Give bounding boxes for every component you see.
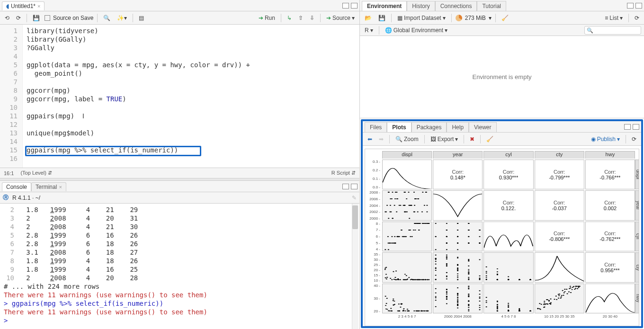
lang-selector[interactable]: R ▾ [363, 26, 375, 35]
memory-pie-icon[interactable] [456, 15, 462, 21]
scrollbar-thumb[interactable] [352, 205, 358, 229]
open-icon[interactable]: 📂 [363, 14, 374, 22]
code-area[interactable]: library(tidyverse)library(GGally)?GGally… [23, 25, 359, 168]
tab-packages[interactable]: Packages [411, 122, 447, 132]
tab-history[interactable]: History [407, 1, 435, 11]
broom-icon[interactable]: 🧹 [484, 135, 495, 143]
save-icon[interactable]: 💾 [376, 14, 387, 22]
tab-tutorial[interactable]: Tutorial [477, 1, 506, 11]
scope-selector[interactable]: 🌐 Global Environment ▾ [383, 26, 449, 35]
svg-point-238 [416, 279, 418, 280]
svg-point-417 [389, 310, 391, 311]
lang-label[interactable]: R Script ⇵ [331, 170, 356, 176]
console-output[interactable]: 2 1.8 1999 4 21 293 2 2008 4 20 314 2 20… [0, 204, 359, 329]
svg-point-183 [406, 276, 407, 276]
svg-point-172 [446, 236, 447, 237]
source-tab[interactable]: ◖ Untitled1* × [2, 1, 45, 10]
terminal-tab[interactable]: Terminal × [31, 182, 66, 191]
refresh-icon[interactable]: ⟳ [633, 14, 641, 22]
svg-point-234 [406, 279, 408, 280]
maximize-icon[interactable] [351, 184, 358, 189]
svg-point-272 [435, 264, 437, 265]
svg-point-458 [468, 307, 469, 308]
source-on-save-checkbox[interactable] [45, 15, 50, 21]
notebook-icon[interactable]: ▤ [137, 14, 146, 22]
svg-point-464 [446, 296, 447, 297]
svg-point-283 [435, 268, 437, 269]
r-version: R 4.1.1 · ~/ [12, 195, 40, 201]
close-icon[interactable]: × [37, 3, 40, 9]
clear-icon[interactable]: ✎ [352, 195, 357, 201]
wand-icon[interactable]: ✨▾ [115, 14, 129, 22]
svg-point-416 [426, 310, 428, 311]
import-dataset-button[interactable]: ▦ Import Dataset ▾ [395, 14, 447, 22]
svg-point-553 [560, 296, 562, 297]
up-icon[interactable]: ⇧ [296, 14, 305, 22]
svg-point-551 [556, 299, 557, 300]
svg-point-570 [575, 288, 576, 289]
refresh-icon[interactable]: ⟳ [630, 135, 638, 143]
source-button[interactable]: ➔ Source ▾ [324, 14, 357, 22]
zoom-button[interactable]: 🔍 Zoom [394, 135, 420, 143]
svg-point-178 [457, 236, 458, 237]
next-plot-icon[interactable]: ➡ [377, 135, 385, 143]
minimize-icon[interactable] [342, 184, 349, 189]
svg-point-514 [508, 302, 509, 303]
remove-plot-icon[interactable]: ✖ [468, 135, 476, 143]
publish-button[interactable]: ◉ Publish ▾ [589, 135, 622, 143]
tab-help[interactable]: Help [447, 122, 469, 132]
source-editor[interactable]: 12345678910111213141516 library(tidyvers… [0, 25, 359, 168]
save-icon[interactable]: 💾 [31, 14, 42, 22]
scrollbar[interactable] [352, 204, 358, 329]
svg-point-578 [563, 294, 564, 295]
tab-connections[interactable]: Connections [435, 1, 477, 11]
prev-plot-icon[interactable]: ⬅ [366, 135, 374, 143]
svg-point-115 [418, 223, 420, 224]
tab-plots[interactable]: Plots [387, 122, 411, 132]
list-view-button[interactable]: ≡ List ▾ [603, 14, 625, 22]
rerun-icon[interactable]: ↳ [285, 14, 294, 22]
run-button[interactable]: ➔ Run [257, 14, 277, 22]
broom-icon[interactable]: 🧹 [500, 14, 510, 22]
svg-point-114 [410, 236, 411, 237]
svg-point-294 [457, 276, 458, 276]
svg-point-439 [435, 288, 437, 289]
svg-point-356 [530, 279, 531, 280]
svg-point-0 [406, 198, 407, 199]
maximize-icon[interactable] [351, 3, 358, 9]
export-button[interactable]: 🖼 Export ▾ [429, 135, 460, 143]
minimize-icon[interactable] [627, 3, 634, 9]
svg-point-185 [404, 274, 406, 275]
svg-point-235 [398, 279, 399, 280]
svg-point-218 [410, 279, 411, 280]
forward-icon[interactable]: ⟳ [14, 14, 23, 22]
svg-point-478 [457, 295, 458, 296]
env-search-input[interactable] [584, 26, 641, 35]
scope-label[interactable]: (Top Level) ⇵ [20, 170, 52, 176]
tab-viewer[interactable]: Viewer [469, 122, 496, 132]
find-icon[interactable]: 🔍 [101, 14, 112, 22]
plots-tabbar: Files Plots Packages Help Viewer [363, 121, 641, 133]
down-icon[interactable]: ⇩ [308, 14, 316, 22]
tab-environment[interactable]: Environment [362, 1, 407, 11]
svg-point-253 [446, 258, 447, 259]
svg-point-453 [468, 305, 469, 306]
svg-point-237 [418, 279, 420, 280]
svg-point-592 [579, 285, 580, 286]
svg-point-508 [519, 309, 520, 310]
svg-point-397 [407, 309, 408, 310]
svg-point-585 [566, 293, 568, 294]
svg-point-214 [386, 278, 387, 279]
tab-files[interactable]: Files [365, 122, 387, 132]
back-icon[interactable]: ⟲ [3, 14, 11, 22]
svg-point-419 [385, 305, 386, 306]
minimize-icon[interactable] [342, 3, 349, 9]
maximize-icon[interactable] [633, 124, 639, 130]
svg-point-236 [385, 267, 387, 268]
console-tab[interactable]: Console [2, 182, 31, 191]
minimize-icon[interactable] [624, 124, 631, 130]
maximize-icon[interactable] [635, 3, 642, 9]
svg-point-541 [574, 289, 575, 290]
svg-point-430 [468, 304, 469, 305]
svg-point-286 [446, 258, 447, 258]
